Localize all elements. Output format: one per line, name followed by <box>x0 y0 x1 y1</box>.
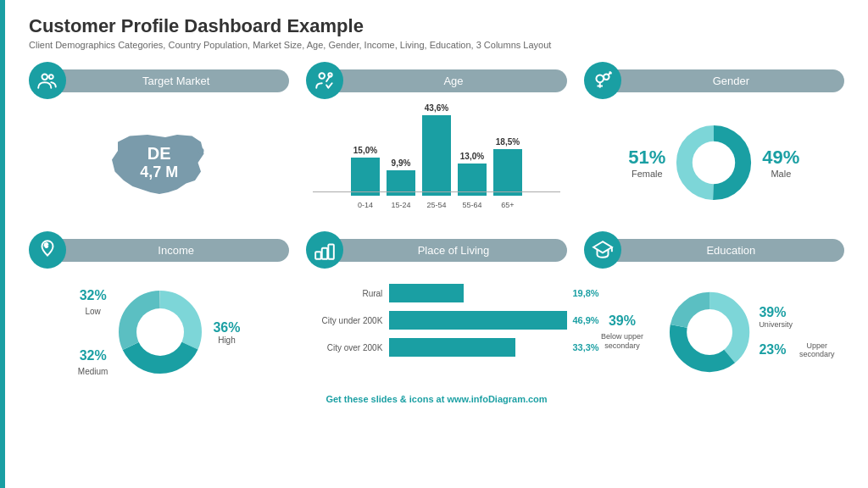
footer-text: Get these slides & icons at www. <box>326 394 470 404</box>
age-icon <box>306 62 343 99</box>
income-area: 32% Low 32% Medium 36% High <box>29 277 289 387</box>
living-header: Place of Living <box>306 231 566 269</box>
edu-university-pct: 39% <box>759 305 793 320</box>
target-market-label: Target Market <box>58 69 289 92</box>
female-label: Female <box>628 169 665 179</box>
male-stat: 49% Male <box>762 147 799 179</box>
map-label: DE 4,7 M <box>140 144 178 181</box>
female-pct: 51% <box>628 147 665 169</box>
age-card: Age 15,0% 0-14 9,9% 15-24 43,6% 25-54 <box>306 62 566 218</box>
age-bar-2: 43,6% 25-54 <box>422 103 451 209</box>
svg-point-3 <box>320 73 326 79</box>
gender-icon <box>584 62 621 99</box>
male-pct: 49% <box>762 147 799 169</box>
svg-point-2 <box>198 148 203 154</box>
footer-brand: infoDiagram <box>471 394 526 404</box>
gender-label: Gender <box>613 69 844 92</box>
age-bar-0: 15,0% 0-14 <box>351 146 380 209</box>
page-subtitle: Client Demographics Categories, Country … <box>29 40 844 50</box>
education-card: Education 39% Below upper secondary 39% <box>584 231 844 387</box>
income-header: € Income <box>29 231 289 269</box>
edu-below-pct: 39% <box>609 313 636 329</box>
edu-below-stat: 39% Below upper secondary <box>584 313 661 351</box>
edu-upper-label: Upper secondary <box>789 341 844 360</box>
svg-rect-23 <box>329 245 335 259</box>
map-area: DE 4,7 M <box>29 108 289 218</box>
education-header: Education <box>584 231 844 269</box>
living-icon <box>306 231 343 269</box>
education-icon <box>584 231 621 269</box>
income-donut <box>118 290 203 374</box>
age-label-3: 55-64 <box>462 201 481 209</box>
age-label-4: 65+ <box>501 201 514 209</box>
gender-donut <box>676 125 752 201</box>
age-bar-rect-2 <box>422 115 451 196</box>
low-pct: 32% <box>80 288 107 303</box>
footer: Get these slides & icons at www.infoDiag… <box>29 394 844 404</box>
living-row-label-0: Rural <box>306 289 382 298</box>
edu-upper-stat: 23% Upper secondary <box>759 341 844 360</box>
age-bar-4: 18,5% 65+ <box>493 137 522 209</box>
page-title: Customer Profile Dashboard Example <box>29 15 844 37</box>
age-axis <box>313 191 559 192</box>
high-label: High <box>218 336 236 345</box>
svg-rect-22 <box>322 248 328 259</box>
income-right-stats: 36% High <box>213 320 240 345</box>
age-bar-rect-4 <box>493 149 522 196</box>
living-bar-rect-1 <box>389 311 566 330</box>
medium-label: Medium <box>78 367 108 376</box>
target-market-icon <box>29 62 66 99</box>
female-stat: 51% Female <box>628 147 665 179</box>
svg-rect-21 <box>315 252 321 259</box>
living-bar-wrap-2: 33,3% <box>389 338 566 357</box>
age-pct-1: 9,9% <box>392 158 411 168</box>
education-label: Education <box>613 239 844 262</box>
target-market-card: Target Market DE 4,7 M <box>29 62 289 218</box>
age-label-0: 0-14 <box>358 201 373 209</box>
gender-card: Gender 51% Female 49% Male <box>584 62 844 218</box>
svg-point-5 <box>329 73 332 76</box>
age-pct-0: 15,0% <box>353 146 377 155</box>
living-label: Place of Living <box>335 239 566 262</box>
living-row-0: Rural 19,8% <box>306 284 566 302</box>
income-label: Income <box>58 239 289 262</box>
living-row-2: City over 200K 33,3% <box>306 338 566 357</box>
income-card: € Income 32% Low 32% Medium <box>29 231 289 387</box>
living-card: Place of Living Rural 19,8% City under 2… <box>306 231 566 387</box>
gender-header: Gender <box>584 62 844 99</box>
age-label-2: 25-54 <box>426 201 446 209</box>
education-donut <box>669 290 750 374</box>
living-row-label-2: City over 200K <box>306 343 382 352</box>
accent-bar <box>0 0 5 488</box>
svg-point-15 <box>693 141 735 184</box>
living-bar-wrap-0: 19,8% <box>389 284 566 302</box>
income-icon: € <box>29 231 66 269</box>
low-label: Low <box>85 307 100 316</box>
age-label: Age <box>335 69 566 92</box>
high-pct: 36% <box>213 320 240 336</box>
living-bar-wrap-1: 46,9% <box>389 311 566 330</box>
living-row-1: City under 200K 46,9% <box>306 311 566 330</box>
education-area: 39% Below upper secondary 39% University <box>584 277 844 387</box>
age-bar-1: 9,9% 15-24 <box>387 158 415 209</box>
svg-text:€: € <box>45 242 48 248</box>
svg-point-9 <box>604 74 609 80</box>
age-pct-3: 13,0% <box>460 152 484 161</box>
age-bar-rect-0 <box>351 158 380 196</box>
dashboard-grid: Target Market DE 4,7 M Age <box>29 62 844 387</box>
svg-point-6 <box>596 75 604 83</box>
income-left-stats: 32% Low 32% Medium <box>78 288 108 376</box>
gender-area: 51% Female 49% Male <box>584 108 844 218</box>
svg-point-1 <box>49 75 53 79</box>
edu-upper-pct: 23% <box>759 342 786 358</box>
edu-right-stats: 39% University 23% Upper secondary <box>759 305 844 359</box>
living-bar-rect-2 <box>389 338 515 357</box>
age-chart: 15,0% 0-14 9,9% 15-24 43,6% 25-54 13,0% <box>306 108 566 209</box>
svg-point-20 <box>136 308 184 356</box>
age-bar-3: 13,0% 55-64 <box>458 152 487 209</box>
age-pct-4: 18,5% <box>496 137 520 147</box>
map-population: 4,7 M <box>140 164 178 181</box>
age-header: Age <box>306 62 566 99</box>
footer-suffix: .com <box>526 394 548 404</box>
edu-below-label: Below upper secondary <box>584 332 661 351</box>
